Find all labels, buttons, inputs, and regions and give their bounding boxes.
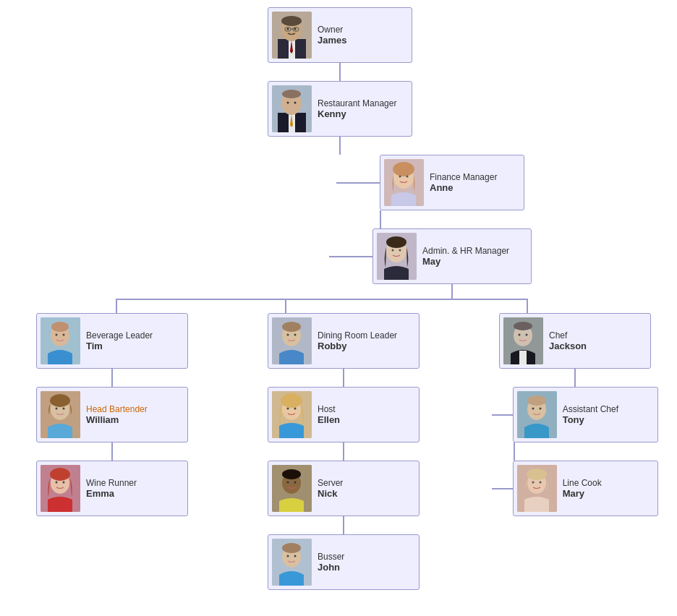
- info-kenny: Restaurant Manager Kenny: [318, 98, 396, 119]
- avatar-anne: [384, 159, 424, 206]
- h-connector-may: [329, 256, 372, 257]
- name-may: May: [422, 256, 509, 267]
- connector-robby-ellen: [343, 369, 344, 387]
- role-ellen: Host: [318, 404, 340, 414]
- col-jackson: Chef Jackson: [492, 313, 658, 516]
- connector-tim-william: [111, 369, 113, 387]
- avatar-may: [377, 233, 417, 280]
- svg-point-46: [282, 322, 301, 332]
- svg-point-62: [287, 555, 289, 557]
- svg-point-33: [63, 334, 65, 336]
- svg-rect-67: [519, 351, 527, 364]
- svg-point-51: [281, 393, 302, 408]
- org-chart: Owner James Re: [7, 7, 673, 590]
- name-anne: Anne: [430, 182, 497, 193]
- role-mary: Line Cook: [563, 478, 602, 488]
- node-jackson: Chef Jackson: [499, 313, 651, 369]
- svg-point-27: [392, 249, 394, 252]
- role-emma: Wine Runner: [86, 478, 137, 488]
- node-robby: Dining Room Leader Robby: [268, 313, 420, 369]
- connector-tony-mary: [514, 442, 515, 461]
- name-robby: Robby: [318, 341, 397, 351]
- avatar-robby: [272, 317, 312, 364]
- svg-point-69: [526, 334, 528, 336]
- svg-point-23: [406, 176, 409, 178]
- svg-point-7: [294, 28, 297, 30]
- svg-point-21: [393, 162, 414, 176]
- svg-point-53: [294, 408, 297, 410]
- node-kenny: Restaurant Manager Kenny: [268, 81, 412, 137]
- name-kenny: Kenny: [318, 108, 396, 119]
- info-jackson: Chef Jackson: [549, 330, 587, 351]
- node-william: Head Bartender William: [36, 387, 188, 442]
- svg-point-18: [294, 102, 297, 104]
- node-tim: Beverage Leader Tim: [36, 313, 188, 369]
- name-tony: Tony: [563, 414, 618, 425]
- svg-point-43: [63, 482, 65, 484]
- connector-ellen-nick: [343, 442, 344, 461]
- connector-james-kenny: [339, 63, 341, 81]
- svg-point-56: [282, 469, 301, 479]
- info-tony: Assistant Chef Tony: [563, 404, 618, 425]
- node-emma: Wine Runner Emma: [36, 461, 188, 516]
- svg-point-16: [282, 90, 301, 98]
- col-robby: Dining Room Leader Robby: [260, 313, 427, 590]
- avatar-william: [41, 391, 80, 438]
- role-robby: Dining Room Leader: [318, 330, 397, 341]
- name-jackson: Jackson: [549, 341, 587, 351]
- role-tony: Assistant Chef: [563, 404, 618, 414]
- role-jackson: Chef: [549, 330, 587, 341]
- info-ellen: Host Ellen: [318, 404, 340, 425]
- role-john: Busser: [318, 552, 344, 562]
- svg-point-36: [50, 394, 70, 407]
- connector-william-emma: [111, 442, 113, 461]
- info-anne: Finance Manager Anne: [430, 172, 497, 193]
- name-ellen: Ellen: [318, 414, 340, 425]
- avatar-john: [272, 539, 312, 586]
- info-emma: Wine Runner Emma: [86, 478, 137, 499]
- svg-point-72: [527, 395, 546, 406]
- svg-point-42: [56, 482, 58, 484]
- role-may: Admin. & HR Manager: [422, 246, 509, 256]
- connector-jackson-right: [574, 369, 576, 387]
- node-may: Admin. & HR Manager May: [372, 228, 532, 284]
- svg-point-32: [56, 334, 58, 336]
- connector-nick-john: [343, 516, 344, 534]
- avatar-kenny: [272, 85, 312, 132]
- svg-point-5: [281, 16, 302, 26]
- connector-anne-may: [380, 210, 381, 228]
- avatar-jackson: [503, 317, 543, 364]
- info-tim: Beverage Leader Tim: [86, 330, 153, 351]
- svg-point-63: [294, 555, 297, 557]
- svg-point-61: [282, 543, 301, 553]
- role-william: Head Bartender: [86, 404, 148, 414]
- svg-point-73: [532, 408, 534, 410]
- svg-point-52: [287, 408, 289, 410]
- svg-point-77: [527, 469, 547, 480]
- col-tim: Beverage Leader Tim: [29, 313, 195, 516]
- role-kenny: Restaurant Manager: [318, 98, 396, 108]
- svg-point-66: [514, 322, 532, 330]
- svg-point-47: [287, 334, 289, 336]
- node-mary: Line Cook Mary: [513, 461, 658, 516]
- info-william: Head Bartender William: [86, 404, 148, 425]
- avatar-nick: [272, 465, 312, 512]
- info-robby: Dining Room Leader Robby: [318, 330, 397, 351]
- connector-may-down: [451, 284, 453, 299]
- svg-point-57: [287, 482, 289, 484]
- svg-point-58: [294, 482, 297, 484]
- name-william: William: [86, 414, 148, 425]
- node-john: Busser John: [268, 534, 420, 590]
- svg-point-37: [56, 408, 58, 410]
- role-james: Owner: [318, 25, 346, 35]
- avatar-mary: [517, 465, 557, 512]
- avatar-tony: [517, 391, 557, 438]
- name-james: James: [318, 35, 346, 46]
- name-mary: Mary: [563, 488, 602, 499]
- name-nick: Nick: [318, 488, 343, 499]
- info-may: Admin. & HR Manager May: [422, 246, 509, 267]
- info-nick: Server Nick: [318, 478, 343, 499]
- svg-point-6: [287, 28, 289, 30]
- svg-point-78: [532, 482, 534, 484]
- avatar-ellen: [272, 391, 312, 438]
